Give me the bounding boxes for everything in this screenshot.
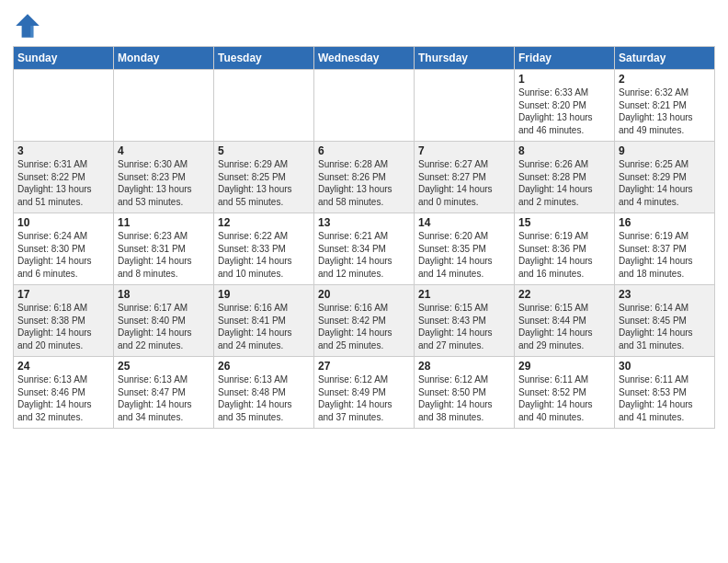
day-number: 15 (518, 216, 610, 229)
day-number: 2 (619, 73, 711, 86)
day-details: Sunrise: 6:19 AM Sunset: 8:37 PM Dayligh… (619, 230, 711, 280)
day-number: 26 (218, 360, 310, 373)
day-number: 18 (118, 288, 210, 301)
col-header-friday: Friday (515, 47, 615, 70)
week-row-4: 17Sunrise: 6:18 AM Sunset: 8:38 PM Dayli… (14, 285, 715, 357)
day-number: 5 (218, 144, 310, 157)
week-row-2: 3Sunrise: 6:31 AM Sunset: 8:22 PM Daylig… (14, 142, 715, 213)
day-number: 14 (418, 216, 510, 229)
svg-marker-0 (16, 14, 40, 38)
day-details: Sunrise: 6:25 AM Sunset: 8:29 PM Dayligh… (619, 158, 711, 208)
day-cell (214, 70, 314, 142)
day-cell: 11Sunrise: 6:23 AM Sunset: 8:31 PM Dayli… (114, 213, 214, 285)
day-details: Sunrise: 6:13 AM Sunset: 8:46 PM Dayligh… (17, 373, 109, 423)
day-cell: 18Sunrise: 6:17 AM Sunset: 8:40 PM Dayli… (114, 285, 214, 357)
day-number: 7 (418, 144, 510, 157)
col-header-sunday: Sunday (14, 47, 114, 70)
day-details: Sunrise: 6:29 AM Sunset: 8:25 PM Dayligh… (218, 158, 310, 208)
day-number: 13 (318, 216, 410, 229)
day-cell: 26Sunrise: 6:13 AM Sunset: 8:48 PM Dayli… (214, 357, 314, 429)
col-header-thursday: Thursday (415, 47, 515, 70)
day-details: Sunrise: 6:22 AM Sunset: 8:33 PM Dayligh… (218, 230, 310, 280)
day-cell: 22Sunrise: 6:15 AM Sunset: 8:44 PM Dayli… (515, 285, 615, 357)
day-details: Sunrise: 6:28 AM Sunset: 8:26 PM Dayligh… (318, 158, 410, 208)
day-cell: 14Sunrise: 6:20 AM Sunset: 8:35 PM Dayli… (415, 213, 515, 285)
day-number: 6 (318, 144, 410, 157)
day-details: Sunrise: 6:13 AM Sunset: 8:48 PM Dayligh… (218, 373, 310, 423)
day-cell: 13Sunrise: 6:21 AM Sunset: 8:34 PM Dayli… (314, 213, 415, 285)
day-number: 29 (518, 360, 610, 373)
day-cell: 20Sunrise: 6:16 AM Sunset: 8:42 PM Dayli… (314, 285, 415, 357)
day-cell: 17Sunrise: 6:18 AM Sunset: 8:38 PM Dayli… (14, 285, 114, 357)
day-details: Sunrise: 6:30 AM Sunset: 8:23 PM Dayligh… (118, 158, 210, 208)
day-cell: 2Sunrise: 6:32 AM Sunset: 8:21 PM Daylig… (615, 70, 715, 142)
day-cell: 21Sunrise: 6:15 AM Sunset: 8:43 PM Dayli… (415, 285, 515, 357)
day-number: 21 (418, 288, 510, 301)
day-details: Sunrise: 6:24 AM Sunset: 8:30 PM Dayligh… (17, 230, 109, 280)
day-cell: 16Sunrise: 6:19 AM Sunset: 8:37 PM Dayli… (615, 213, 715, 285)
day-cell (14, 70, 114, 142)
week-row-1: 1Sunrise: 6:33 AM Sunset: 8:20 PM Daylig… (14, 70, 715, 142)
day-details: Sunrise: 6:16 AM Sunset: 8:41 PM Dayligh… (218, 302, 310, 351)
day-number: 25 (118, 360, 210, 373)
day-details: Sunrise: 6:11 AM Sunset: 8:52 PM Dayligh… (518, 373, 610, 423)
day-number: 20 (318, 288, 410, 301)
header (13, 11, 715, 40)
day-details: Sunrise: 6:12 AM Sunset: 8:50 PM Dayligh… (418, 373, 510, 423)
day-details: Sunrise: 6:15 AM Sunset: 8:43 PM Dayligh… (418, 302, 510, 351)
day-cell: 8Sunrise: 6:26 AM Sunset: 8:28 PM Daylig… (515, 142, 615, 213)
day-details: Sunrise: 6:15 AM Sunset: 8:44 PM Dayligh… (518, 302, 610, 351)
day-cell: 19Sunrise: 6:16 AM Sunset: 8:41 PM Dayli… (214, 285, 314, 357)
day-number: 9 (619, 144, 711, 157)
day-number: 17 (17, 288, 109, 301)
day-details: Sunrise: 6:14 AM Sunset: 8:45 PM Dayligh… (619, 302, 711, 351)
day-details: Sunrise: 6:19 AM Sunset: 8:36 PM Dayligh… (518, 230, 610, 280)
day-number: 4 (118, 144, 210, 157)
day-details: Sunrise: 6:11 AM Sunset: 8:53 PM Dayligh… (619, 373, 711, 423)
day-cell: 3Sunrise: 6:31 AM Sunset: 8:22 PM Daylig… (14, 142, 114, 213)
day-details: Sunrise: 6:13 AM Sunset: 8:47 PM Dayligh… (118, 373, 210, 423)
day-number: 10 (17, 216, 109, 229)
day-details: Sunrise: 6:21 AM Sunset: 8:34 PM Dayligh… (318, 230, 410, 280)
day-number: 30 (619, 360, 711, 373)
day-details: Sunrise: 6:18 AM Sunset: 8:38 PM Dayligh… (17, 302, 109, 351)
day-cell: 30Sunrise: 6:11 AM Sunset: 8:53 PM Dayli… (615, 357, 715, 429)
day-details: Sunrise: 6:23 AM Sunset: 8:31 PM Dayligh… (118, 230, 210, 280)
day-number: 22 (518, 288, 610, 301)
day-number: 3 (17, 144, 109, 157)
day-number: 16 (619, 216, 711, 229)
page-container: SundayMondayTuesdayWednesdayThursdayFrid… (0, 0, 728, 436)
day-details: Sunrise: 6:33 AM Sunset: 8:20 PM Dayligh… (518, 86, 610, 136)
day-cell: 12Sunrise: 6:22 AM Sunset: 8:33 PM Dayli… (214, 213, 314, 285)
day-cell: 15Sunrise: 6:19 AM Sunset: 8:36 PM Dayli… (515, 213, 615, 285)
day-cell: 4Sunrise: 6:30 AM Sunset: 8:23 PM Daylig… (114, 142, 214, 213)
day-cell: 6Sunrise: 6:28 AM Sunset: 8:26 PM Daylig… (314, 142, 415, 213)
day-details: Sunrise: 6:17 AM Sunset: 8:40 PM Dayligh… (118, 302, 210, 351)
day-number: 24 (17, 360, 109, 373)
day-details: Sunrise: 6:26 AM Sunset: 8:28 PM Dayligh… (518, 158, 610, 208)
day-cell: 23Sunrise: 6:14 AM Sunset: 8:45 PM Dayli… (615, 285, 715, 357)
day-number: 1 (518, 73, 610, 86)
day-cell: 27Sunrise: 6:12 AM Sunset: 8:49 PM Dayli… (314, 357, 415, 429)
logo-icon (13, 11, 42, 40)
day-cell: 29Sunrise: 6:11 AM Sunset: 8:52 PM Dayli… (515, 357, 615, 429)
day-details: Sunrise: 6:16 AM Sunset: 8:42 PM Dayligh… (318, 302, 410, 351)
logo (13, 11, 46, 40)
day-cell: 28Sunrise: 6:12 AM Sunset: 8:50 PM Dayli… (415, 357, 515, 429)
day-details: Sunrise: 6:20 AM Sunset: 8:35 PM Dayligh… (418, 230, 510, 280)
day-number: 8 (518, 144, 610, 157)
day-cell (415, 70, 515, 142)
day-number: 19 (218, 288, 310, 301)
day-cell: 25Sunrise: 6:13 AM Sunset: 8:47 PM Dayli… (114, 357, 214, 429)
day-number: 11 (118, 216, 210, 229)
day-details: Sunrise: 6:32 AM Sunset: 8:21 PM Dayligh… (619, 86, 711, 136)
day-number: 12 (218, 216, 310, 229)
day-cell (114, 70, 214, 142)
col-header-tuesday: Tuesday (214, 47, 314, 70)
day-cell: 9Sunrise: 6:25 AM Sunset: 8:29 PM Daylig… (615, 142, 715, 213)
header-row: SundayMondayTuesdayWednesdayThursdayFrid… (14, 47, 715, 70)
col-header-saturday: Saturday (615, 47, 715, 70)
col-header-monday: Monday (114, 47, 214, 70)
day-details: Sunrise: 6:31 AM Sunset: 8:22 PM Dayligh… (17, 158, 109, 208)
week-row-3: 10Sunrise: 6:24 AM Sunset: 8:30 PM Dayli… (14, 213, 715, 285)
